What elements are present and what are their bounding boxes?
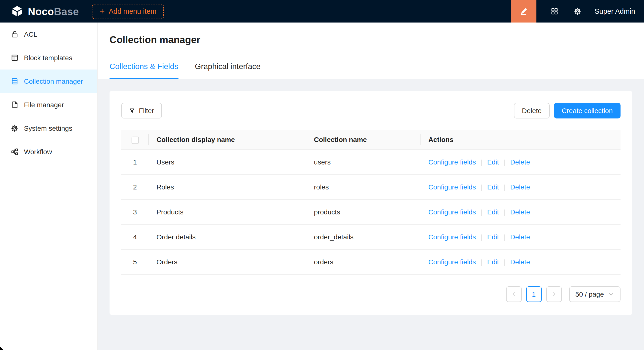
database-icon [11, 77, 18, 85]
page-title: Collection manager [110, 23, 632, 47]
cell-name: orders [306, 249, 420, 274]
table-header-row: Collection display name Collection name … [121, 130, 620, 150]
system-settings-button[interactable] [572, 6, 582, 16]
page-content: Filter Delete Create collection Coll [98, 79, 644, 350]
cell-name: roles [306, 175, 420, 199]
sidebar-item-collection-manager[interactable]: Collection manager [0, 70, 97, 93]
gear-icon [574, 7, 582, 15]
configure-fields-link[interactable]: Configure fields [428, 183, 476, 191]
next-page-button[interactable] [546, 286, 562, 302]
collections-card: Filter Delete Create collection Coll [110, 91, 632, 315]
layout-icon [11, 54, 18, 62]
app-body: ACL Block templates Collection manager F… [0, 23, 644, 350]
grid-icon [550, 7, 558, 15]
pagination: 1 50 / page [121, 286, 620, 302]
tab-graphical-interface[interactable]: Graphical interface [195, 58, 261, 79]
plus-icon [100, 8, 106, 14]
configure-fields-link[interactable]: Configure fields [428, 158, 476, 166]
page-size-value: 50 / page [575, 290, 604, 298]
logo-text-primary: Noco [28, 6, 54, 17]
filter-button-label: Filter [139, 107, 154, 115]
edit-link[interactable]: Edit [487, 158, 499, 166]
column-header-name: Collection name [306, 130, 420, 150]
delete-link[interactable]: Delete [510, 158, 530, 166]
corner-artifact [0, 346, 4, 350]
chevron-left-icon [511, 291, 516, 297]
action-divider [504, 259, 505, 265]
toolbar-right: Delete Create collection [514, 103, 621, 119]
nocobase-logo-icon [11, 5, 24, 18]
page-size-select[interactable]: 50 / page [569, 286, 620, 302]
column-header-actions: Actions [420, 130, 620, 150]
cell-name: order_details [306, 224, 420, 249]
select-all-checkbox[interactable] [131, 137, 139, 144]
file-icon [11, 101, 18, 109]
prev-page-button[interactable] [506, 286, 522, 302]
sidebar-item-workflow[interactable]: Workflow [0, 140, 97, 164]
header-actions: Super Admin [511, 0, 644, 23]
configure-fields-link[interactable]: Configure fields [428, 233, 476, 241]
delete-link[interactable]: Delete [510, 208, 530, 216]
cell-name: products [306, 199, 420, 224]
action-divider [504, 234, 505, 241]
plugins-button[interactable] [550, 6, 560, 16]
sidebar-item-label: ACL [24, 30, 37, 38]
configure-fields-link[interactable]: Configure fields [428, 258, 476, 266]
delete-button[interactable]: Delete [514, 103, 550, 119]
action-divider [482, 209, 482, 216]
configure-fields-link[interactable]: Configure fields [428, 208, 476, 216]
app-header: NocoBase Add menu item [0, 0, 644, 23]
action-divider [482, 234, 482, 241]
row-index: 2 [121, 175, 149, 199]
action-divider [504, 184, 505, 191]
cell-display-name: Order details [149, 224, 306, 249]
tab-collections-fields[interactable]: Collections & Fields [110, 58, 178, 79]
row-index: 4 [121, 224, 149, 249]
ui-editor-toggle-button[interactable] [511, 0, 536, 23]
delete-link[interactable]: Delete [510, 258, 530, 266]
delete-link[interactable]: Delete [510, 183, 530, 191]
sidebar-item-label: Collection manager [24, 77, 83, 85]
cell-display-name: Products [149, 199, 306, 224]
cell-display-name: Roles [149, 175, 306, 199]
filter-icon [129, 108, 135, 114]
page-1-button[interactable]: 1 [526, 286, 542, 302]
sidebar-item-label: Workflow [24, 148, 52, 156]
current-user-menu[interactable]: Super Admin [594, 7, 635, 15]
table-row: 4 Order details order_details Configure … [121, 224, 620, 249]
sidebar-item-label: Block templates [24, 54, 72, 62]
action-divider [504, 159, 505, 166]
action-divider [482, 259, 482, 265]
filter-button[interactable]: Filter [121, 103, 162, 119]
row-index: 3 [121, 199, 149, 224]
lock-icon [11, 30, 18, 38]
collections-table: Collection display name Collection name … [121, 130, 620, 275]
edit-link[interactable]: Edit [487, 183, 499, 191]
chevron-right-icon [551, 291, 557, 297]
cell-display-name: Orders [149, 249, 306, 274]
sidebar-item-file-manager[interactable]: File manager [0, 93, 97, 117]
edit-link[interactable]: Edit [487, 258, 499, 266]
row-index: 1 [121, 150, 149, 175]
sidebar-item-block-templates[interactable]: Block templates [0, 46, 97, 70]
create-collection-button[interactable]: Create collection [554, 103, 620, 119]
table-row: 5 Orders orders Configure fieldsEditDele… [121, 249, 620, 274]
table-row: 2 Roles roles Configure fieldsEditDelete [121, 175, 620, 199]
sidebar-item-label: File manager [24, 101, 64, 109]
edit-link[interactable]: Edit [487, 233, 499, 241]
nocobase-logo[interactable]: NocoBase [11, 5, 79, 18]
delete-link[interactable]: Delete [510, 233, 530, 241]
table-row: 1 Users users Configure fieldsEditDelete [121, 150, 620, 175]
row-index: 5 [121, 249, 149, 274]
card-toolbar: Filter Delete Create collection [121, 103, 620, 119]
action-divider [482, 184, 482, 191]
chevron-down-icon [608, 291, 614, 297]
sidebar-item-label: System settings [24, 124, 72, 132]
action-divider [504, 209, 505, 216]
sidebar-item-system-settings[interactable]: System settings [0, 117, 97, 140]
add-menu-item-button[interactable]: Add menu item [92, 4, 164, 19]
edit-link[interactable]: Edit [487, 208, 499, 216]
page-header: Collection manager Collections & Fields … [98, 23, 644, 79]
logo-text-secondary: Base [54, 6, 79, 17]
sidebar-item-acl[interactable]: ACL [0, 23, 97, 46]
